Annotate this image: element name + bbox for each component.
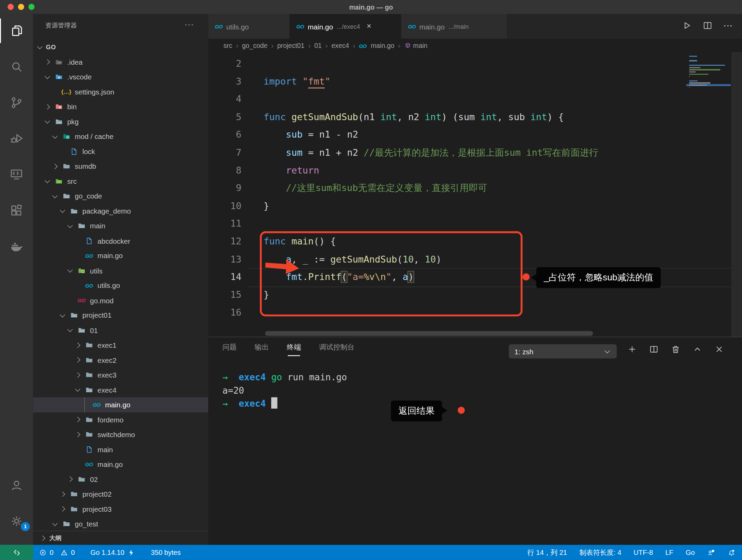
chevron-right-icon[interactable] — [75, 357, 81, 363]
chevron-down-icon[interactable] — [45, 74, 50, 79]
kill-terminal-icon[interactable] — [671, 344, 681, 356]
tree-item-pkg[interactable]: pkg — [33, 114, 208, 129]
chevron-down-icon[interactable] — [67, 327, 73, 332]
go-version-status[interactable]: Go 1.14.10 — [90, 548, 135, 556]
chevron-right-icon[interactable] — [75, 372, 81, 378]
tab-utils.go[interactable]: GOutils.go — [208, 14, 290, 39]
terminal-content[interactable]: → exec4 go run main.goa=20→ exec4 — [222, 370, 347, 410]
terminal-shell-select[interactable]: 1: zsh — [509, 344, 617, 358]
remote-indicator[interactable] — [0, 545, 33, 560]
tree-item-lock[interactable]: lock — [33, 144, 208, 159]
tree-item-go_test[interactable]: go_test — [33, 517, 208, 532]
tree-item-project01[interactable]: project01 — [33, 308, 208, 323]
chevron-right-icon[interactable] — [67, 476, 73, 482]
activity-run-debug-icon[interactable] — [0, 126, 33, 151]
chevron-right-icon[interactable] — [45, 104, 50, 110]
tree-item-abcdocker[interactable]: abcdocker — [33, 233, 208, 249]
tree-item-settings.json[interactable]: {…}settings.json — [33, 85, 208, 100]
code-editor[interactable]: 2345678910111213141516 import "fmt"func … — [208, 52, 742, 337]
feedback-icon[interactable] — [707, 548, 715, 556]
tree-item-sumdb[interactable]: sumdb — [33, 159, 208, 174]
tree-item-mod-cache[interactable]: mod / cache — [33, 129, 208, 144]
outline-section[interactable]: 大纲 — [33, 531, 208, 545]
tree-item-fordemo[interactable]: fordemo — [33, 412, 208, 427]
chevron-down-icon[interactable] — [67, 222, 73, 228]
breadcrumb-item-project01[interactable]: project01 — [277, 42, 305, 49]
tree-item-01[interactable]: 01 — [33, 323, 208, 338]
tree-item-exec4[interactable]: exec4 — [33, 382, 208, 397]
activity-remote-explorer-icon[interactable] — [0, 162, 33, 187]
tree-item-.idea[interactable]: .idea — [33, 55, 208, 70]
tree-item-main.go[interactable]: GOmain.go — [33, 457, 208, 472]
chevron-right-icon[interactable] — [52, 164, 58, 169]
breadcrumb-item-main[interactable]: main — [404, 42, 428, 49]
tree-item-bin[interactable]: bin — [33, 99, 208, 114]
activity-extensions-icon[interactable] — [0, 198, 33, 223]
tree-item-.vscode[interactable]: .vscode — [33, 69, 208, 85]
activity-search-icon[interactable] — [0, 54, 33, 79]
close-panel-icon[interactable] — [714, 344, 724, 356]
tree-item-utils.go[interactable]: GOutils.go — [33, 278, 208, 293]
maximize-panel-icon[interactable] — [692, 344, 702, 356]
activity-account-icon[interactable] — [0, 473, 33, 498]
run-icon[interactable] — [682, 20, 692, 33]
close-tab-icon[interactable]: × — [367, 22, 371, 31]
tree-item-exec2[interactable]: exec2 — [33, 353, 208, 368]
chevron-down-icon[interactable] — [60, 208, 65, 213]
encoding-status[interactable]: UTF-8 — [634, 549, 653, 556]
activity-docker-icon[interactable] — [0, 234, 33, 259]
tree-item-switchdemo[interactable]: switchdemo — [33, 427, 208, 442]
activity-source-control-icon[interactable] — [0, 90, 33, 115]
horizontal-scrollbar-thumb[interactable] — [265, 331, 593, 336]
chevron-down-icon[interactable] — [45, 178, 50, 183]
tree-item-project03[interactable]: project03 — [33, 501, 208, 517]
breadcrumb-item-go_code[interactable]: go_code — [242, 42, 267, 49]
chevron-down-icon[interactable] — [37, 44, 42, 49]
notifications-bell-icon[interactable] — [728, 548, 735, 556]
activity-files-icon[interactable] — [0, 18, 33, 43]
split-terminal-icon[interactable] — [649, 344, 659, 356]
tree-item-main.go[interactable]: GOmain.go — [33, 397, 208, 412]
chevron-down-icon[interactable] — [52, 193, 58, 198]
tree-item-main[interactable]: main — [33, 218, 208, 233]
tree-item-exec1[interactable]: exec1 — [33, 338, 208, 353]
chevron-right-icon[interactable] — [45, 60, 50, 65]
activity-settings-gear-icon[interactable]: 1 — [0, 509, 33, 534]
breadcrumb[interactable]: src›go_code›project01›01›exec4›GO main.g… — [208, 39, 742, 52]
chevron-right-icon[interactable] — [60, 506, 65, 512]
sidebar-more-icon[interactable]: ··· — [185, 20, 194, 29]
chevron-down-icon[interactable] — [52, 521, 58, 526]
tab-main.go-exec4[interactable]: GOmain.go.../exec4× — [290, 14, 401, 39]
tab-size-status[interactable]: 制表符长度: 4 — [579, 548, 621, 557]
chevron-right-icon[interactable] — [60, 492, 65, 497]
split-editor-icon[interactable] — [702, 20, 713, 33]
eol-status[interactable]: LF — [665, 549, 673, 556]
chevron-down-icon[interactable] — [45, 118, 50, 124]
tree-item-utils[interactable]: utils — [33, 263, 208, 278]
cursor-position-status[interactable]: 行 14，列 21 — [527, 548, 567, 557]
language-mode-status[interactable]: Go — [686, 549, 695, 556]
tree-item-02[interactable]: 02 — [33, 472, 208, 487]
panel-tab-输出[interactable]: 输出 — [255, 343, 269, 356]
chevron-down-icon[interactable] — [52, 133, 58, 139]
editor-scrollbar[interactable] — [731, 52, 742, 337]
chevron-right-icon[interactable] — [75, 342, 81, 348]
tree-item-go_code[interactable]: go_code — [33, 189, 208, 204]
panel-tab-终端[interactable]: 终端 — [287, 343, 301, 356]
tree-item-exec3[interactable]: exec3 — [33, 368, 208, 383]
breadcrumb-item-01[interactable]: 01 — [314, 42, 322, 49]
tree-item-main[interactable]: main — [33, 442, 208, 457]
chevron-right-icon[interactable] — [75, 417, 81, 422]
chevron-down-icon[interactable] — [75, 386, 81, 392]
file-size-status[interactable]: 350 bytes — [151, 549, 181, 556]
minimap[interactable] — [686, 54, 731, 94]
tab-main.go-main[interactable]: GOmain.go.../main — [401, 14, 507, 39]
tree-item-package_demo[interactable]: package_demo — [33, 204, 208, 219]
chevron-down-icon[interactable] — [67, 267, 73, 273]
new-terminal-icon[interactable] — [627, 344, 637, 356]
tree-item-project02[interactable]: project02 — [33, 487, 208, 502]
tree-item-go.mod[interactable]: GOgo.mod — [33, 293, 208, 308]
tree-item-main.go[interactable]: GOmain.go — [33, 248, 208, 263]
breadcrumb-item-src[interactable]: src — [223, 42, 232, 49]
chevron-down-icon[interactable] — [60, 312, 65, 317]
